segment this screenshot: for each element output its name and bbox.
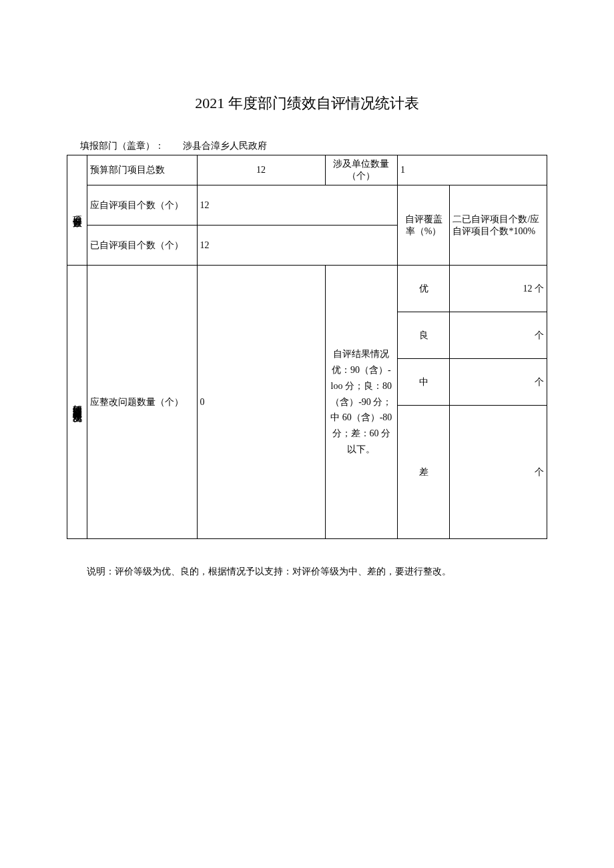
grade-cha-value: 个 (450, 406, 547, 539)
grade-zhong-value: 个 (450, 359, 547, 406)
total-projects-value: 12 (197, 155, 325, 185)
total-projects-label: 预算部门项目总数 (87, 155, 197, 185)
grade-you-value: 12 个 (450, 266, 547, 312)
done-eval-label: 已自评项目个数（个） (87, 226, 197, 266)
footer-note: 说明：评价等级为优、良的，根据情况予以支持：对评价等级为中、差的，要进行整改。 (67, 566, 547, 578)
meta-line: 填报部门（盖章）： 涉县合漳乡人民政府 (67, 140, 547, 152)
units-label: 涉及单位数量（个） (325, 155, 397, 185)
coverage-label: 自评覆盖率（%） (397, 185, 450, 266)
meta-label: 填报部门（盖章）： (80, 140, 164, 152)
page-title: 2021 年度部门绩效自评情况统计表 (67, 93, 547, 113)
grade-liang-value: 个 (450, 312, 547, 359)
grade-you-label: 优 (397, 266, 450, 312)
done-eval-value: 12 (197, 226, 397, 266)
grade-liang-label: 良 (397, 312, 450, 359)
coverage-formula: 二已自评项目个数/应自评项目个数*100% (450, 185, 547, 266)
section2-vlabel: 部门绩效管理及指标体系建立情况 (67, 266, 87, 539)
stats-table: 项目自评数量 预算部门项目总数 12 涉及单位数量（个） 1 应自评项目个数（个… (67, 155, 547, 539)
should-eval-value: 12 (197, 185, 397, 226)
meta-value: 涉县合漳乡人民政府 (183, 140, 267, 152)
table-row: 部门绩效管理及指标体系建立情况 应整改问题数量（个） 0 自评结果情况 优：90… (67, 266, 547, 312)
section1-vlabel: 项目自评数量 (67, 155, 87, 266)
grade-zhong-label: 中 (397, 359, 450, 406)
grade-cha-label: 差 (397, 406, 450, 539)
units-value: 1 (397, 155, 547, 185)
table-row: 项目自评数量 预算部门项目总数 12 涉及单位数量（个） 1 (67, 155, 547, 185)
table-row: 应自评项目个数（个） 12 自评覆盖率（%） 二已自评项目个数/应自评项目个数*… (67, 185, 547, 226)
should-eval-label: 应自评项目个数（个） (87, 185, 197, 226)
rectify-value: 0 (197, 266, 325, 539)
rectify-label: 应整改问题数量（个） (87, 266, 197, 539)
criteria-text: 自评结果情况 优：90（含）- loo 分；良：80（含）-90 分；中 60（… (325, 266, 397, 539)
